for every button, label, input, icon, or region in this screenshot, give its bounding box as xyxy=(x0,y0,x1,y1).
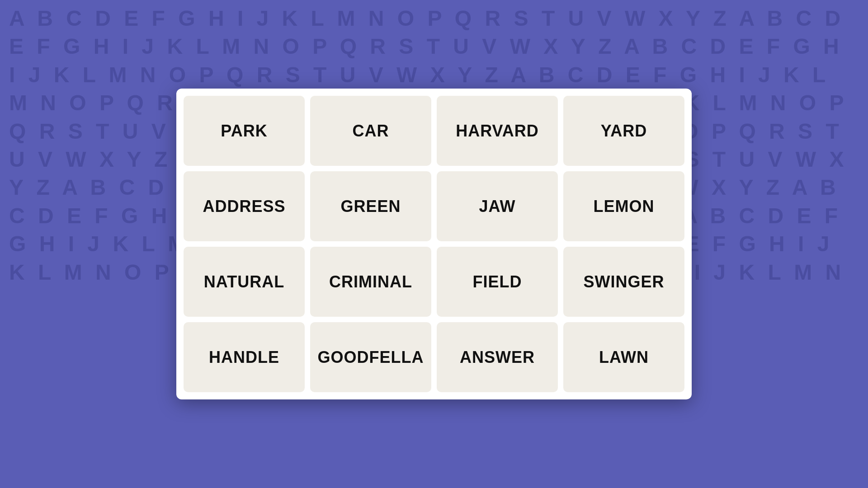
card-handle[interactable]: HANDLE xyxy=(184,322,305,392)
card-panel: PARKCARHARVARDYARDADDRESSGREENJAWLEMONNA… xyxy=(176,89,692,399)
card-yard[interactable]: YARD xyxy=(563,96,684,166)
card-field[interactable]: FIELD xyxy=(437,247,558,317)
card-label-answer: ANSWER xyxy=(460,348,535,367)
card-label-natural: NATURAL xyxy=(204,272,284,291)
card-swinger[interactable]: SWINGER xyxy=(563,247,684,317)
word-grid: PARKCARHARVARDYARDADDRESSGREENJAWLEMONNA… xyxy=(184,96,684,392)
card-label-lawn: LAWN xyxy=(599,348,649,367)
card-lawn[interactable]: LAWN xyxy=(563,322,684,392)
card-address[interactable]: ADDRESS xyxy=(184,171,305,241)
card-park[interactable]: PARK xyxy=(184,96,305,166)
card-label-lemon: LEMON xyxy=(594,197,655,216)
card-label-goodfella: GOODFELLA xyxy=(318,348,424,367)
card-car[interactable]: CAR xyxy=(310,96,431,166)
card-goodfella[interactable]: GOODFELLA xyxy=(310,322,431,392)
card-lemon[interactable]: LEMON xyxy=(563,171,684,241)
card-label-address: ADDRESS xyxy=(203,197,285,216)
card-label-jaw: JAW xyxy=(479,197,515,216)
card-label-yard: YARD xyxy=(601,122,647,141)
card-answer[interactable]: ANSWER xyxy=(437,322,558,392)
card-label-handle: HANDLE xyxy=(209,348,279,367)
card-label-green: GREEN xyxy=(340,197,401,216)
card-label-harvard: HARVARD xyxy=(456,122,539,141)
card-green[interactable]: GREEN xyxy=(310,171,431,241)
card-label-car: CAR xyxy=(353,122,389,141)
card-label-criminal: CRIMINAL xyxy=(329,272,412,291)
card-natural[interactable]: NATURAL xyxy=(184,247,305,317)
card-label-field: FIELD xyxy=(473,272,522,291)
card-criminal[interactable]: CRIMINAL xyxy=(310,247,431,317)
card-jaw[interactable]: JAW xyxy=(437,171,558,241)
card-label-swinger: SWINGER xyxy=(583,272,664,291)
card-harvard[interactable]: HARVARD xyxy=(437,96,558,166)
card-label-park: PARK xyxy=(221,122,267,141)
